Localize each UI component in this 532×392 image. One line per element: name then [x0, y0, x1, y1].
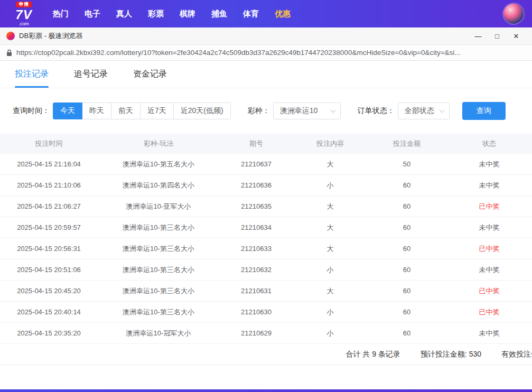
- cell-issue: 21210631: [219, 287, 293, 295]
- cell-game: 澳洲幸运10-第三名大小: [98, 307, 219, 317]
- table-row: 2025-04-15 21:10:06 澳洲幸运10-第四名大小 2121063…: [0, 175, 532, 196]
- cell-game: 澳洲幸运10-冠军大小: [98, 329, 219, 338]
- cell-bet-content: 小: [293, 329, 367, 338]
- chevron-down-icon: [439, 108, 444, 113]
- cell-bet-time: 2025-04-15 21:10:06: [0, 181, 98, 189]
- table-body: 2025-04-15 21:16:04 澳洲幸运10-第五名大小 2121063…: [0, 154, 532, 344]
- search-button[interactable]: 查询: [462, 102, 506, 120]
- time-filter-group: 今天 昨天 前天 近7天 近20天(低频): [53, 102, 231, 119]
- cell-game: 澳洲幸运10-第四名大小: [98, 181, 219, 190]
- lottery-select[interactable]: 澳洲幸运10: [273, 102, 341, 119]
- lottery-select-value: 澳洲幸运10: [280, 106, 318, 116]
- cell-status: 已中奖: [446, 202, 532, 211]
- table-row: 2025-04-15 20:56:31 澳洲幸运10-第三名大小 2121063…: [0, 238, 532, 259]
- cell-status: 未中奖: [446, 265, 532, 275]
- table-row: 2025-04-15 20:45:20 澳洲幸运10-第三名大小 2121063…: [0, 281, 532, 302]
- cell-issue: 21210633: [219, 245, 293, 253]
- table-row: 2025-04-15 20:35:20 澳洲幸运10-冠军大小 21210629…: [0, 323, 532, 344]
- cell-game: 澳洲幸运10-亚军大小: [98, 202, 219, 211]
- page-content: 投注记录 追号记录 资金记录 查询时间： 今天 昨天 前天 近7天 近20天(低…: [0, 61, 532, 365]
- cell-game: 澳洲幸运10-第三名大小: [98, 223, 219, 232]
- cell-bet-time: 2025-04-15 21:16:04: [0, 160, 98, 168]
- time-filter-today[interactable]: 今天: [53, 102, 82, 119]
- cell-issue: 21210637: [219, 160, 293, 168]
- nav-item-chess[interactable]: 棋牌: [180, 9, 195, 19]
- tab-fund-records[interactable]: 资金记录: [133, 61, 167, 88]
- cell-issue: 21210632: [219, 266, 293, 274]
- bet-records-table: 投注时间 彩种-玩法 期号 投注内容 投注金额 状态 2025-04-15 21…: [0, 134, 532, 365]
- lock-icon: [6, 49, 12, 57]
- table-row: 2025-04-15 20:51:06 澳洲幸运10-第三名大小 2121063…: [0, 259, 532, 281]
- cell-bet-amount: 60: [367, 287, 446, 295]
- user-avatar[interactable]: [503, 4, 524, 24]
- time-filter-last-7-days[interactable]: 近7天: [140, 102, 174, 119]
- cell-bet-amount: 60: [367, 181, 446, 189]
- address-bar[interactable]: https://ctop02pcali.2kbxi392.com/lottery…: [0, 45, 532, 61]
- cell-status: 未中奖: [446, 181, 532, 190]
- table-row: 2025-04-15 20:40:14 澳洲幸运10-第三名大小 2121063…: [0, 302, 532, 323]
- record-tabs: 投注记录 追号记录 资金记录: [0, 61, 532, 88]
- cell-bet-amount: 60: [367, 266, 446, 274]
- cell-bet-content: 大: [293, 223, 367, 232]
- table-row: 2025-04-15 20:59:57 澳洲幸运10-第三名大小 2121063…: [0, 217, 532, 238]
- cell-game: 澳洲幸运10-第五名大小: [98, 160, 219, 169]
- cell-bet-content: 大: [293, 160, 367, 169]
- time-filter-label: 查询时间：: [13, 106, 50, 116]
- cell-bet-time: 2025-04-15 20:59:57: [0, 223, 98, 231]
- nav-item-promotions[interactable]: 优惠: [275, 9, 291, 19]
- minimize-button[interactable]: —: [469, 27, 488, 45]
- logo-suffix: .com: [18, 22, 29, 26]
- header-issue: 期号: [219, 139, 293, 148]
- header-bet-time: 投注时间: [0, 139, 98, 148]
- cell-game: 澳洲幸运10-第三名大小: [98, 286, 219, 296]
- status-filter-label: 订单状态：: [358, 106, 395, 116]
- cell-bet-time: 2025-04-15 20:56:31: [0, 245, 98, 253]
- footer-total-records: 合计 共 9 条记录: [346, 350, 400, 359]
- cell-bet-amount: 60: [367, 308, 446, 316]
- cell-bet-content: 大: [293, 202, 367, 211]
- cell-bet-content: 小: [293, 265, 367, 275]
- cell-status: 未中奖: [446, 160, 532, 169]
- table-row: 2025-04-15 21:16:04 澳洲幸运10-第五名大小 2121063…: [0, 154, 532, 175]
- close-button[interactable]: ✕: [507, 27, 526, 45]
- table-header: 投注时间 彩种-玩法 期号 投注内容 投注金额 状态: [0, 134, 532, 154]
- nav-item-sports[interactable]: 体育: [243, 9, 259, 19]
- cell-bet-content: 小: [293, 181, 367, 190]
- nav-item-hot[interactable]: 热门: [53, 9, 69, 19]
- cell-status: 未中奖: [446, 329, 532, 338]
- chevron-down-icon: [330, 108, 335, 113]
- cell-bet-amount: 50: [367, 160, 446, 168]
- filter-bar: 查询时间： 今天 昨天 前天 近7天 近20天(低频) 彩种： 澳洲幸运10 订…: [0, 102, 532, 120]
- maximize-button[interactable]: □: [488, 27, 507, 45]
- site-logo[interactable]: 申博 7V .com: [8, 2, 39, 26]
- footer-valid-amount: 有效投注金额: [501, 350, 532, 359]
- nav-item-electronic[interactable]: 电子: [85, 9, 100, 19]
- header-status: 状态: [446, 139, 532, 148]
- table-footer: 合计 共 9 条记录 预计投注金额: 530 有效投注金额: [0, 344, 532, 365]
- order-status-select[interactable]: 全部状态: [398, 102, 450, 119]
- tab-chase-records[interactable]: 追号记录: [74, 61, 108, 88]
- browser-app-icon: [6, 32, 15, 40]
- nav-item-lottery[interactable]: 彩票: [148, 9, 164, 19]
- cell-status: 未中奖: [446, 223, 532, 232]
- cell-bet-content: 小: [293, 307, 367, 317]
- cell-status: 已中奖: [446, 286, 532, 296]
- cell-issue: 21210629: [219, 329, 293, 337]
- cell-issue: 21210630: [219, 308, 293, 316]
- time-filter-last-20-days[interactable]: 近20天(低频): [173, 102, 231, 119]
- window-controls: — □ ✕: [469, 27, 526, 45]
- header-bet-amount: 投注金额: [367, 139, 446, 148]
- time-filter-day-before[interactable]: 前天: [111, 102, 141, 119]
- tab-bet-records[interactable]: 投注记录: [15, 61, 49, 88]
- cell-bet-amount: 60: [367, 245, 446, 253]
- nav-item-fishing[interactable]: 捕鱼: [211, 9, 227, 19]
- header-game: 彩种-玩法: [98, 139, 219, 148]
- cell-bet-amount: 60: [367, 223, 446, 231]
- footer-expected-amount: 预计投注金额: 530: [421, 350, 481, 359]
- time-filter-yesterday[interactable]: 昨天: [82, 102, 111, 119]
- cell-bet-time: 2025-04-15 20:35:20: [0, 329, 98, 337]
- cell-bet-content: 大: [293, 244, 367, 254]
- nav-item-live[interactable]: 真人: [116, 9, 132, 19]
- header-bet-content: 投注内容: [293, 139, 367, 148]
- logo-text: 7V: [15, 8, 32, 21]
